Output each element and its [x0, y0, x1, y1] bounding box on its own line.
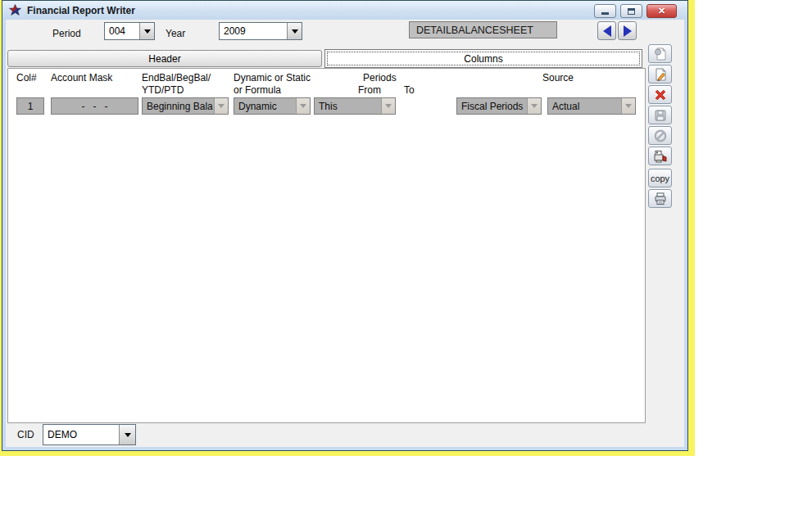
app-window: Financial Report Writer ✕ Period 004 Yea…	[2, 0, 688, 451]
cid-label: CID	[17, 429, 34, 440]
account-mask-field[interactable]: - - -	[51, 97, 138, 115]
chevron-down-icon	[385, 104, 392, 108]
save-button[interactable]	[648, 106, 672, 124]
header-periods: Periods	[363, 72, 397, 83]
header-endbal-line2: YTD/PTD	[142, 84, 184, 96]
client-area: Period 004 Year 2009 DETAILBALANCESHEET …	[6, 20, 684, 447]
cancel-button[interactable]	[648, 126, 672, 145]
cid-value: DEMO	[43, 425, 119, 445]
columns-panel: Col# Account Mask EndBal/BegBal/ YTD/PTD…	[7, 68, 646, 423]
new-report-icon	[653, 47, 668, 61]
edit-button[interactable]	[648, 65, 672, 83]
app-logo-star-icon	[9, 4, 21, 16]
chevron-down-icon	[125, 433, 131, 437]
copy-button[interactable]: copy	[648, 169, 672, 187]
chevron-down-icon	[300, 104, 306, 108]
close-button[interactable]: ✕	[646, 4, 677, 18]
cid-dropdown-button[interactable]	[119, 425, 135, 445]
endbal-combobox[interactable]: Beginning Bala	[142, 97, 229, 115]
save-floppy-icon	[653, 108, 668, 123]
print-button[interactable]	[648, 189, 672, 208]
report-output-button[interactable]	[648, 147, 672, 165]
maximize-button[interactable]	[620, 4, 642, 18]
report-output-icon	[653, 149, 668, 164]
titlebar: Financial Report Writer	[2, 1, 687, 20]
row-number-cell[interactable]: 1	[16, 97, 44, 115]
source-period-dropdown-button[interactable]	[527, 98, 541, 114]
period-dropdown-button[interactable]	[139, 23, 154, 39]
window-controls: ✕	[594, 4, 677, 18]
delete-button[interactable]	[648, 85, 672, 104]
period-from-combobox[interactable]: This	[314, 97, 396, 115]
delete-x-icon	[653, 88, 668, 102]
year-value: 2009	[220, 23, 287, 39]
arrow-right-icon	[624, 25, 632, 37]
next-report-button[interactable]	[618, 21, 637, 40]
cancel-slash-icon	[653, 129, 668, 143]
period-value: 004	[105, 23, 139, 39]
new-report-button[interactable]	[648, 44, 672, 63]
dynamic-static-value: Dynamic	[234, 98, 296, 114]
header-dynamic-line1: Dynamic or Static	[234, 72, 311, 83]
tab-header[interactable]: Header	[7, 50, 322, 67]
year-label: Year	[166, 28, 185, 39]
tab-columns[interactable]: Columns	[324, 49, 642, 68]
cid-combobox[interactable]: DEMO	[43, 424, 136, 445]
chevron-down-icon	[531, 104, 538, 108]
period-from-dropdown-button[interactable]	[381, 98, 395, 114]
period-from-value: This	[315, 98, 381, 114]
source-type-combobox[interactable]: Actual	[547, 97, 636, 115]
year-combobox[interactable]: 2009	[219, 22, 302, 40]
header-endbal-line1: EndBal/BegBal/	[142, 72, 211, 83]
window-title: Financial Report Writer	[27, 5, 135, 16]
dynamic-static-dropdown-button[interactable]	[296, 98, 310, 114]
header-account-mask: Account Mask	[51, 72, 112, 83]
header-periods-to: To	[404, 84, 415, 96]
printer-icon	[653, 192, 668, 206]
copy-button-label: copy	[651, 174, 669, 183]
maximize-icon	[628, 8, 635, 15]
minimize-icon	[601, 12, 609, 15]
header-source: Source	[542, 72, 574, 83]
chevron-down-icon	[292, 29, 298, 34]
source-type-value: Actual	[548, 98, 621, 114]
header-periods-from: From	[358, 84, 381, 96]
report-name-field: DETAILBALANCESHEET	[409, 21, 557, 38]
source-period-value: Fiscal Periods	[457, 98, 527, 114]
chevron-down-icon	[625, 104, 632, 108]
minimize-button[interactable]	[594, 4, 616, 18]
period-combobox[interactable]: 004	[104, 22, 155, 40]
source-period-combobox[interactable]: Fiscal Periods	[456, 97, 542, 115]
edit-icon	[653, 67, 668, 82]
endbal-dropdown-button[interactable]	[214, 98, 228, 114]
chevron-down-icon	[144, 29, 151, 34]
arrow-left-icon	[603, 25, 611, 37]
close-icon: ✕	[658, 6, 665, 16]
header-dynamic-line2: or Formula	[234, 84, 281, 96]
endbal-value: Beginning Bala	[143, 98, 214, 114]
dynamic-static-combobox[interactable]: Dynamic	[234, 97, 311, 115]
year-dropdown-button[interactable]	[287, 23, 302, 39]
previous-report-button[interactable]	[597, 21, 616, 40]
header-col: Col#	[16, 72, 37, 83]
chevron-down-icon	[218, 104, 225, 108]
source-type-dropdown-button[interactable]	[621, 98, 635, 114]
period-label: Period	[52, 28, 81, 39]
